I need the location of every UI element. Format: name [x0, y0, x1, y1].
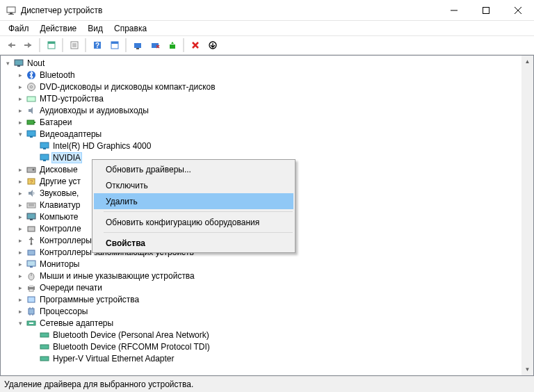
help-button[interactable]: ?: [89, 38, 105, 53]
usb-icon: [26, 235, 37, 246]
menu-bar: Файл Действие Вид Справка: [0, 21, 534, 35]
svg-rect-24: [15, 60, 23, 65]
tree-item-dvd[interactable]: ▸DVD-дисководы и дисководы компакт-диско…: [1, 81, 533, 92]
computer-icon: [13, 58, 24, 69]
back-button[interactable]: [3, 38, 19, 53]
tree-item-monitors[interactable]: ▸Мониторы: [1, 258, 533, 270]
expand-icon[interactable]: ▸: [16, 83, 24, 91]
context-disable[interactable]: Отключить: [94, 177, 293, 193]
tree-item-display[interactable]: ▾Видеоадаптеры: [1, 128, 533, 140]
collapse-icon[interactable]: ▾: [16, 130, 24, 138]
svg-rect-46: [30, 219, 33, 220]
tree-item-btrfcomm[interactable]: Bluetooth Device (RFCOMM Protocol TDI): [1, 341, 533, 352]
expand-icon[interactable]: ▸: [16, 236, 24, 245]
expand-icon[interactable]: ▸: [16, 272, 24, 280]
tree-item-hyperv[interactable]: Hyper-V Virtual Ethernet Adapter: [1, 352, 533, 364]
separator: [125, 38, 127, 52]
tree-item-mtd[interactable]: ▸MTD-устройства: [1, 92, 533, 104]
svg-point-39: [33, 168, 35, 170]
tree-item-mice[interactable]: ▸Мыши и иные указывающие устройства: [1, 270, 533, 281]
tree-item-bluetooth[interactable]: ▸Bluetooth: [1, 69, 533, 81]
svg-rect-30: [27, 120, 34, 124]
context-update-drivers[interactable]: Обновить драйверы...: [94, 161, 293, 177]
context-properties[interactable]: Свойства: [94, 235, 293, 251]
app-icon: [6, 5, 17, 16]
scrollbar[interactable]: ▲ ▼: [521, 56, 533, 375]
expand-icon[interactable]: ▸: [16, 248, 24, 256]
close-button[interactable]: [502, 0, 534, 21]
menu-view[interactable]: Вид: [82, 22, 108, 35]
menu-help[interactable]: Справка: [108, 22, 152, 35]
tree-item-printq[interactable]: ▸Очереди печати: [1, 281, 533, 293]
monitor-icon: [26, 259, 37, 270]
context-delete[interactable]: Удалить: [94, 193, 293, 209]
expand-icon[interactable]: ▸: [16, 224, 24, 233]
tree-item-cpu[interactable]: ▸Процессоры: [1, 305, 533, 317]
toolbar: ?: [0, 35, 534, 55]
scroll-up-icon[interactable]: ▲: [521, 56, 533, 67]
collapse-icon[interactable]: ▾: [16, 319, 24, 327]
expand-icon[interactable]: ▸: [16, 177, 24, 186]
svg-rect-67: [40, 357, 49, 361]
network-icon: [26, 318, 37, 329]
expand-icon[interactable]: ▸: [16, 284, 24, 292]
display-icon: [39, 152, 50, 163]
update-driver-button[interactable]: [129, 38, 145, 53]
separator: [39, 38, 40, 52]
delete-button[interactable]: [187, 38, 203, 53]
show-hidden-button[interactable]: [43, 38, 59, 53]
svg-text:?: ?: [95, 42, 99, 49]
separator: [62, 38, 63, 52]
keyboard-icon: [26, 199, 37, 211]
expand-icon[interactable]: ▸: [16, 189, 24, 197]
scan-button[interactable]: [106, 38, 122, 53]
expand-icon[interactable]: ▸: [16, 118, 24, 126]
tree-item-net[interactable]: ▾Сетевые адаптеры: [1, 317, 533, 329]
expand-icon[interactable]: ▸: [16, 95, 24, 103]
uninstall-button[interactable]: [164, 38, 180, 53]
expand-icon[interactable]: ▸: [16, 106, 24, 115]
separator: [85, 38, 86, 52]
maximize-button[interactable]: [470, 0, 502, 21]
disc-icon: [26, 81, 37, 92]
menu-file[interactable]: Файл: [3, 22, 35, 35]
tree-item-software[interactable]: ▸Программные устройства: [1, 293, 533, 305]
expand-icon[interactable]: ▸: [16, 295, 24, 304]
svg-rect-19: [134, 43, 141, 48]
minimize-button[interactable]: [438, 0, 470, 21]
tree-root[interactable]: ▾Nout: [1, 57, 533, 69]
properties-button[interactable]: [66, 38, 82, 53]
forward-button[interactable]: [20, 38, 36, 53]
collapse-icon[interactable]: ▾: [3, 59, 12, 67]
disable-button[interactable]: [147, 38, 163, 53]
disk-icon: [26, 164, 37, 175]
expand-icon[interactable]: ▸: [16, 260, 24, 268]
menu-action[interactable]: Действие: [35, 22, 83, 35]
svg-rect-47: [28, 227, 35, 231]
separator: [104, 211, 293, 212]
svg-rect-55: [29, 285, 33, 287]
tree-item-audio[interactable]: ▸Аудиовходы и аудиовыходы: [1, 104, 533, 116]
scroll-down-icon[interactable]: ▼: [521, 364, 533, 375]
tree-item-battery[interactable]: ▸Батареи: [1, 116, 533, 128]
svg-rect-31: [34, 122, 35, 123]
expand-icon[interactable]: ▸: [16, 213, 24, 221]
expand-icon[interactable]: ▸: [16, 307, 24, 316]
network-icon: [39, 353, 50, 364]
svg-rect-56: [29, 289, 33, 291]
svg-rect-58: [29, 309, 34, 314]
svg-rect-18: [111, 42, 118, 44]
tree-item-intel[interactable]: Intel(R) HD Graphics 4000: [1, 140, 533, 152]
expand-icon[interactable]: ▸: [16, 71, 24, 79]
expand-icon[interactable]: ▸: [16, 165, 24, 174]
svg-rect-34: [40, 142, 49, 148]
tree-item-btpan[interactable]: Bluetooth Device (Personal Area Network): [1, 329, 533, 341]
svg-rect-20: [136, 48, 139, 49]
expand-icon[interactable]: ▸: [16, 201, 24, 209]
svg-rect-10: [48, 42, 55, 44]
refresh-button[interactable]: [204, 38, 220, 53]
context-scan[interactable]: Обновить конфигурацию оборудования: [94, 214, 293, 230]
svg-rect-2: [8, 14, 14, 15]
controller-icon: [26, 223, 37, 234]
title-bar: Диспетчер устройств: [0, 0, 534, 21]
